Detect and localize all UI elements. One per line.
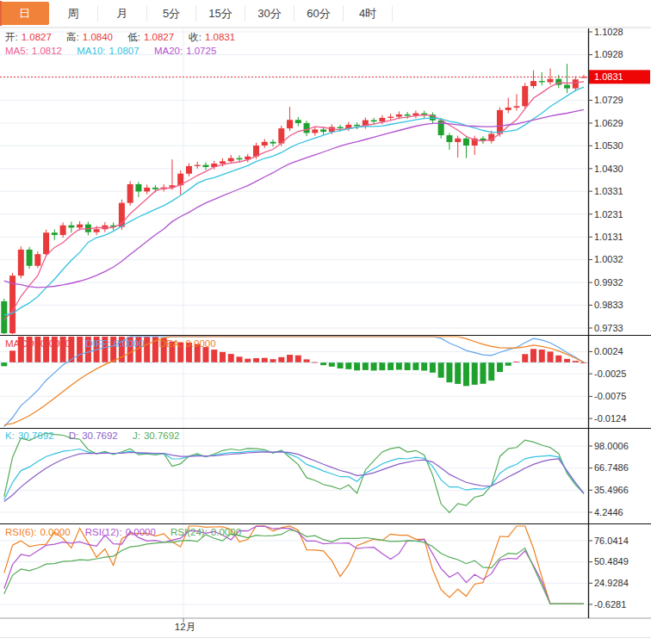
trading-chart-app: 1.10281.09281.07291.06291.05301.04301.03… (0, 0, 651, 644)
ohlc-header: 开:1.0827 高:1.0840 低:1.0827 收:1.0831 (5, 31, 239, 44)
candle-body (455, 139, 461, 142)
tab-4时[interactable]: 4时 (344, 5, 393, 22)
ma10-label: MA10: (77, 46, 105, 56)
j-value: 30.7692 (144, 430, 180, 441)
rsi6-value: 0.0000 (40, 527, 70, 537)
high-value: 1.0840 (83, 32, 113, 42)
candle-body (220, 161, 226, 164)
rsi24-value: 0.0000 (211, 527, 241, 537)
candle-body (94, 229, 100, 232)
current-price-value: 1.0831 (594, 71, 623, 82)
panel-borders (0, 28, 651, 638)
kdj-panel (4, 433, 584, 512)
axis-tick-label: -0.0124 (594, 413, 626, 424)
rsi-panel (4, 526, 584, 604)
candlestick-series (1, 64, 586, 334)
candle-body (497, 110, 503, 134)
candle-body (135, 184, 141, 192)
tab-5分[interactable]: 5分 (147, 5, 196, 22)
tab-15分[interactable]: 15分 (196, 5, 245, 22)
tab-日[interactable]: 日 (0, 2, 49, 25)
d-value: 30.7692 (82, 430, 118, 441)
candle-body (505, 108, 512, 110)
axis-tick-label: 0.9833 (594, 300, 623, 310)
axis-tick-label: 0.0024 (594, 346, 623, 356)
k-value: 30.7692 (18, 430, 54, 441)
candle-body (513, 106, 519, 108)
candle-body (144, 188, 150, 192)
rsi6-label: RSI(6): (5, 527, 36, 537)
diff-label: DIFF: (85, 338, 110, 349)
candle-body (446, 135, 452, 142)
axis-tick-label: 1.0131 (594, 232, 623, 242)
ma20-value: 1.0725 (186, 46, 216, 56)
tab-30分[interactable]: 30分 (245, 5, 294, 22)
candle-body (548, 79, 554, 83)
rsi-header: RSI(6):0.0000 RSI(12):0.0000 RSI(24):0.0… (5, 527, 245, 537)
axis-tick-label: 1.0032 (594, 254, 623, 264)
candle-body (573, 79, 579, 88)
dea-value: 0.0000 (185, 338, 215, 349)
axis-tick-label: 0.9932 (594, 277, 623, 288)
d-line (4, 452, 584, 502)
low-value: 1.0827 (144, 32, 174, 42)
axis-tick-label: 1.0629 (594, 118, 623, 128)
diff-value: 0.0000 (114, 338, 144, 349)
candle-body (388, 117, 394, 118)
ma20-label: MA20: (154, 46, 183, 56)
candle-body (522, 86, 528, 106)
ma5-value: 1.0812 (32, 46, 62, 56)
ma5-label: MA5: (5, 46, 28, 56)
candle-body (320, 129, 326, 132)
axis-tick-label: 1.0530 (594, 140, 623, 151)
rsi24-label: RSI(24): (170, 527, 208, 537)
rsi12-value: 0.0000 (126, 527, 156, 537)
axis-labels: 1.10281.09281.07291.06291.05301.04301.03… (589, 27, 629, 610)
macd-value: 0.0000 (40, 338, 71, 349)
candle-body (354, 125, 360, 127)
window-edge-strip (0, 1, 2, 26)
candle-body (202, 165, 208, 167)
chart-canvas[interactable]: 1.10281.09281.07291.06291.05301.04301.03… (0, 0, 651, 644)
axis-tick-label: 1.0928 (594, 49, 623, 59)
axis-tick-label: -0.0075 (594, 391, 626, 401)
open-value: 1.0827 (22, 32, 52, 42)
tab-月[interactable]: 月 (98, 5, 147, 22)
candle-body (312, 129, 318, 133)
candle-body (338, 127, 344, 129)
candle-body (34, 254, 40, 266)
candle-body (52, 232, 58, 235)
candle-body (295, 120, 301, 123)
candle-body (195, 165, 201, 166)
k-label: K: (5, 430, 15, 441)
open-label: 开: (5, 32, 18, 42)
ma-header: MA5:1.0812 MA10:1.0807 MA20:1.0725 (5, 46, 220, 56)
macd-label: MACD: (5, 338, 37, 349)
candle-body (287, 120, 293, 128)
close-value: 1.0831 (205, 32, 235, 42)
axis-tick-label: 4.2446 (594, 507, 623, 517)
axis-tick-label: 66.7486 (594, 462, 629, 473)
axis-tick-label: 0.9733 (594, 323, 623, 333)
candle-body (270, 142, 276, 144)
macd-header: MACD:0.0000 DIFF:0.0000 DEA:0.0000 (5, 338, 220, 349)
candle-body (18, 250, 24, 276)
tab-60分[interactable]: 60分 (294, 5, 344, 22)
candle-body (60, 226, 66, 235)
candle-body (236, 158, 242, 160)
candle-body (68, 226, 74, 228)
candle-body (27, 250, 33, 266)
candle-body (539, 81, 545, 82)
x-axis-month-label: 12月 (166, 621, 204, 634)
tab-周[interactable]: 周 (49, 5, 98, 22)
axis-tick-label: 1.0231 (594, 209, 623, 220)
axis-tick-label: 98.0006 (594, 441, 629, 451)
rsi12-line (4, 526, 584, 604)
axis-tick-label: -0.0025 (594, 368, 626, 379)
timeframe-tabbar: 日周月5分15分30分60分4时 (0, 0, 651, 28)
dea-label: DEA: (159, 338, 183, 349)
low-label: 低: (127, 32, 140, 42)
candle-body (152, 188, 158, 189)
candle-body (304, 123, 310, 133)
j-label: J: (133, 430, 140, 441)
